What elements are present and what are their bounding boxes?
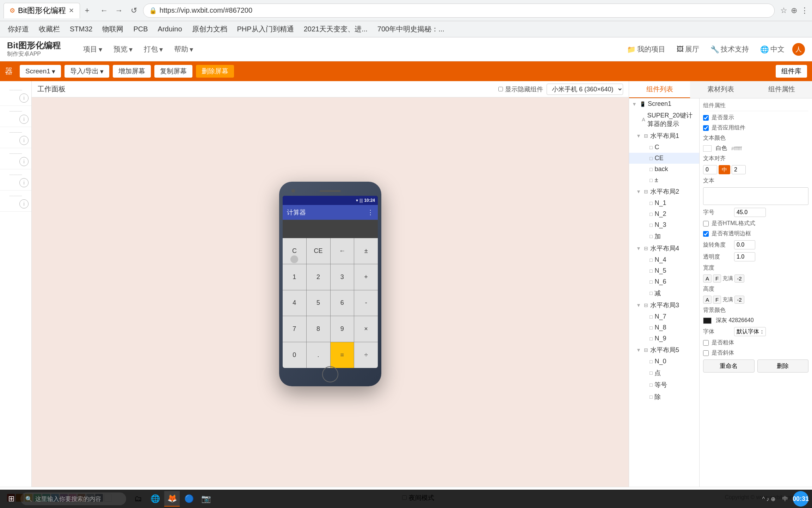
sidebar-item-6[interactable]: ——— i — [0, 190, 31, 212]
props-text-color-value[interactable]: 白色 #ffffff — [703, 145, 808, 152]
calc-btn-0[interactable]: 0 — [283, 342, 306, 368]
browser-tab[interactable]: ⚙ Bit图形化编程 ✕ — [4, 3, 80, 18]
tree-n9[interactable]: □ N_9 — [629, 333, 699, 344]
sidebar-info-4[interactable]: i — [19, 157, 29, 166]
bookmark-stm32[interactable]: STM32 — [66, 24, 97, 35]
calc-menu-icon[interactable]: ⋮ — [367, 208, 374, 216]
copy-screen-btn[interactable]: 复制屏幕 — [154, 65, 192, 78]
tree-layout3[interactable]: ▼ ⊟ 水平布局3 — [629, 299, 699, 311]
props-bg-color-value[interactable]: 深灰 42826640 — [703, 317, 808, 324]
tab-component-list[interactable]: 组件列表 — [629, 81, 690, 98]
rotation-input[interactable] — [734, 240, 755, 249]
tree-minus[interactable]: □ 减 — [629, 287, 699, 299]
height-minus2-btn[interactable]: -2 — [734, 296, 744, 304]
taskbar-app-circle[interactable]: 🔵 — [181, 491, 197, 507]
component-library-btn[interactable]: 组件库 — [776, 65, 807, 78]
width-a-btn[interactable]: A — [703, 274, 712, 283]
align-left-input[interactable] — [703, 165, 717, 174]
align-right-input[interactable] — [732, 165, 746, 174]
taskbar-lang[interactable]: 中 — [780, 495, 790, 503]
screen-selector[interactable]: Screen1▾ — [20, 65, 61, 78]
star-icon[interactable]: ☆ — [780, 6, 787, 15]
tree-dot[interactable]: □ 点 — [629, 367, 699, 379]
calc-btn-7[interactable]: 7 — [283, 316, 306, 342]
sidebar-info-2[interactable]: i — [19, 115, 29, 124]
tree-n2[interactable]: □ N_2 — [629, 208, 699, 219]
is-italic-checkbox[interactable] — [703, 350, 709, 356]
taskbar-search-bar[interactable]: 🔍 这里输入你要搜索的内容 — [20, 492, 126, 505]
calc-btn-backspace[interactable]: ← — [331, 238, 354, 264]
tree-ce[interactable]: □ CE — [629, 153, 699, 164]
start-button[interactable]: ⊞ — [4, 491, 19, 507]
tree-n7[interactable]: □ N_7 — [629, 311, 699, 322]
tree-layout2[interactable]: ▼ ⊟ 水平布局2 — [629, 186, 699, 198]
support-btn[interactable]: 🔧技术支持 — [707, 43, 752, 55]
sidebar-item-2[interactable]: ——— i — [0, 106, 31, 127]
bookmark-2021[interactable]: 2021天天变变、进... — [300, 23, 372, 35]
calc-btn-dot[interactable]: . — [307, 342, 330, 368]
delete-btn[interactable]: 删除 — [757, 359, 809, 373]
tree-n8[interactable]: □ N_8 — [629, 322, 699, 333]
nav-project[interactable]: 项目▾ — [78, 42, 107, 56]
taskbar-time-circle[interactable]: 00:31 — [793, 491, 808, 507]
tree-plusminus[interactable]: □ ± — [629, 175, 699, 186]
calc-btn-equals[interactable]: = — [331, 342, 354, 368]
calc-btn-plusminus[interactable]: ± — [354, 238, 378, 264]
forward-button[interactable]: → — [113, 4, 125, 17]
calc-btn-5[interactable]: 5 — [307, 290, 330, 316]
delete-screen-btn[interactable]: 删除屏幕 — [196, 65, 234, 78]
font-input[interactable] — [734, 327, 766, 336]
tree-equals[interactable]: □ 等号 — [629, 379, 699, 391]
calc-btn-1[interactable]: 1 — [283, 264, 306, 290]
taskbar-app-edge[interactable]: 🌐 — [147, 491, 163, 507]
new-tab-button[interactable]: + — [83, 6, 92, 15]
nav-help[interactable]: 帮助▾ — [169, 42, 198, 56]
tree-n4[interactable]: □ N_4 — [629, 254, 699, 265]
use-dom-checkbox[interactable] — [703, 125, 709, 131]
is-display-checkbox[interactable] — [703, 115, 709, 121]
import-export-btn[interactable]: 导入/导出▾ — [64, 65, 109, 78]
text-input[interactable] — [703, 187, 808, 205]
back-button[interactable]: ← — [98, 4, 111, 17]
sidebar-item-5[interactable]: ——— i — [0, 169, 31, 190]
bookmark-pcb[interactable]: PCB — [129, 24, 152, 35]
calc-btn-minus[interactable]: - — [354, 290, 378, 316]
char-input[interactable] — [734, 208, 766, 217]
tree-layout5[interactable]: ▼ ⊟ 水平布局5 — [629, 344, 699, 356]
device-selector[interactable]: 小米手机 6 (360×640) — [547, 84, 623, 95]
taskbar-app-firefox[interactable]: 🦊 — [164, 491, 180, 507]
address-bar[interactable]: 🔒 https://vip.wxbit.com/#867200 — [143, 4, 775, 18]
calc-btn-6[interactable]: 6 — [331, 290, 354, 316]
calc-btn-ce[interactable]: CE — [307, 238, 330, 264]
tree-add[interactable]: □ 加 — [629, 230, 699, 242]
bookmark-iot[interactable]: 物联网 — [98, 23, 128, 35]
nav-package[interactable]: 打包▾ — [139, 42, 168, 56]
calc-btn-plus[interactable]: + — [354, 264, 378, 290]
calc-btn-9[interactable]: 9 — [331, 316, 354, 342]
sidebar-item-1[interactable]: ——— i — [0, 85, 31, 106]
show-hidden-check[interactable]: 显示隐藏组件 — [498, 85, 543, 93]
calc-btn-multiply[interactable]: × — [354, 316, 378, 342]
height-a-btn[interactable]: A — [703, 296, 712, 304]
bookmark-favorites[interactable]: 收藏栏 — [35, 23, 64, 35]
bookmark-history[interactable]: 700年中明史揭秘：... — [373, 23, 449, 35]
bookmark-nihaodao[interactable]: 你好道 — [4, 23, 33, 35]
height-f-btn[interactable]: F — [713, 296, 721, 304]
tree-n6[interactable]: □ N_6 — [629, 276, 699, 287]
text-color-swatch[interactable] — [703, 145, 712, 152]
rename-btn[interactable]: 重命名 — [703, 359, 755, 373]
opacity-input[interactable] — [734, 252, 755, 261]
tab-material-list[interactable]: 素材列表 — [690, 81, 751, 98]
user-avatar[interactable]: 人 — [792, 43, 805, 56]
calc-btn-divide[interactable]: ÷ — [354, 342, 378, 368]
taskbar-app-explorer[interactable]: 🗂 — [130, 491, 146, 507]
bookmark-php[interactable]: PHP从入门到精通 — [233, 23, 298, 35]
tree-layout4[interactable]: ▼ ⊟ 水平布局4 — [629, 242, 699, 254]
is-html-checkbox[interactable] — [703, 221, 709, 226]
is-bold-checkbox[interactable] — [703, 340, 709, 346]
calc-btn-3[interactable]: 3 — [331, 264, 354, 290]
width-f-btn[interactable]: F — [713, 274, 721, 283]
sidebar-info-5[interactable]: i — [19, 178, 29, 187]
tree-back[interactable]: □ back — [629, 164, 699, 175]
tree-layout1[interactable]: ▼ ⊟ 水平布局1 — [629, 130, 699, 142]
